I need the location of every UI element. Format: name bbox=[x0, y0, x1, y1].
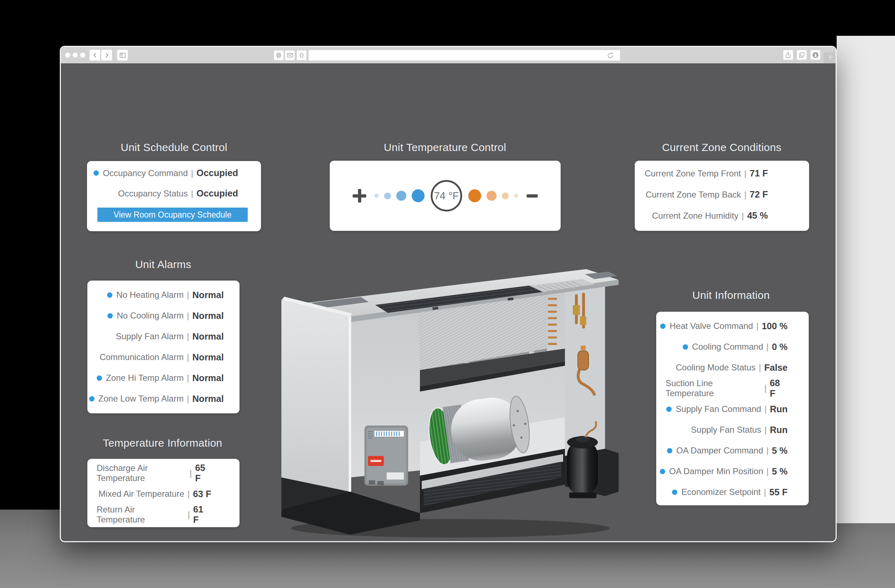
status-dot-icon bbox=[89, 396, 94, 402]
status-dot-icon bbox=[93, 170, 99, 176]
row-value: 5 % bbox=[772, 446, 787, 456]
plus-icon[interactable] bbox=[353, 189, 366, 203]
printer-icon bbox=[276, 53, 281, 58]
status-row: Communication Alarm | Normal bbox=[87, 347, 224, 368]
row-label: Zone Low Temp Alarm bbox=[99, 394, 184, 404]
unit-alarms-card: No Heating Alarm | Normal No Cooling Ala… bbox=[87, 280, 240, 413]
sidebar-toggle-button[interactable] bbox=[117, 50, 128, 61]
gauge-dot bbox=[468, 189, 481, 202]
status-row: Current Zone Humidity | 45 % bbox=[635, 205, 768, 226]
row-label: Supply Fan Status bbox=[691, 425, 761, 435]
status-row: Occupancy Command | Occupied bbox=[87, 163, 238, 183]
row-separator: | bbox=[765, 383, 766, 393]
row-label: Occupancy Status bbox=[118, 189, 188, 199]
row-separator: | bbox=[756, 321, 758, 331]
status-dot-icon bbox=[108, 313, 113, 318]
mail-button[interactable] bbox=[285, 50, 294, 60]
gauge-dot bbox=[487, 191, 496, 201]
temperature-section-title: Unit Temperature Control bbox=[355, 141, 534, 153]
row-separator: | bbox=[765, 425, 766, 435]
status-dot-icon bbox=[107, 292, 112, 298]
status-row: Current Zone Temp Back | 72 F bbox=[635, 184, 768, 205]
status-row: Discharge Air Temperature | 65 F bbox=[87, 463, 211, 483]
row-label: Occupancy Command bbox=[103, 168, 188, 178]
view-occupancy-schedule-button[interactable]: View Room Ocupancy Schedule bbox=[97, 208, 248, 222]
address-bar-input[interactable] bbox=[309, 50, 620, 61]
status-row: Cooling Command | 0 % bbox=[656, 336, 787, 357]
row-separator: | bbox=[187, 311, 189, 321]
row-separator: | bbox=[188, 489, 190, 499]
status-row: OA Damper Command | 5 % bbox=[656, 440, 787, 461]
temperature-card: 74 °F bbox=[330, 161, 561, 231]
row-separator: | bbox=[765, 404, 766, 414]
window-controls bbox=[65, 53, 85, 58]
home-icon bbox=[299, 53, 304, 58]
row-value: Run bbox=[770, 404, 787, 414]
minus-icon[interactable] bbox=[526, 194, 538, 197]
back-button[interactable] bbox=[90, 50, 100, 61]
row-separator: | bbox=[187, 352, 189, 362]
cool-dots bbox=[375, 189, 425, 202]
row-separator: | bbox=[744, 190, 746, 200]
row-value: 63 F bbox=[193, 489, 211, 499]
status-row: No Cooling Alarm | Normal bbox=[87, 305, 224, 326]
row-label: Communication Alarm bbox=[100, 352, 184, 362]
share-button[interactable] bbox=[783, 50, 793, 60]
row-label: Heat Valve Command bbox=[669, 321, 753, 331]
status-row: Economizer Setpoint | 55 F bbox=[656, 482, 787, 502]
print-button[interactable] bbox=[274, 50, 284, 60]
info-section-title: Unit Information bbox=[642, 289, 821, 302]
row-value: False bbox=[765, 362, 787, 373]
hvac-unit-illustration bbox=[279, 263, 624, 542]
status-dot-icon bbox=[660, 469, 665, 474]
zone-conditions-card: Current Zone Temp Front | 71 F Current Z… bbox=[635, 161, 809, 231]
row-label: Discharge Air Temperature bbox=[97, 463, 187, 483]
row-label: Current Zone Temp Back bbox=[645, 190, 741, 200]
downloads-button[interactable] bbox=[810, 50, 820, 60]
row-separator: | bbox=[759, 362, 761, 373]
status-row: Mixed Air Temperature | 63 F bbox=[87, 483, 211, 504]
chevron-left-icon bbox=[93, 53, 98, 58]
status-dot-icon bbox=[666, 406, 672, 412]
schedule-card: Occupancy Command | Occupied Occupancy S… bbox=[87, 161, 261, 231]
gauge-dot bbox=[396, 191, 407, 201]
row-value: 65 F bbox=[195, 463, 211, 483]
new-tab-button[interactable]: + bbox=[824, 52, 837, 63]
row-value: 72 F bbox=[749, 189, 768, 200]
row-value: 100 % bbox=[762, 321, 787, 331]
temps-section-title: Temperature Information bbox=[73, 437, 252, 449]
row-label: Zone Hi Temp Alarm bbox=[106, 373, 184, 383]
window-zoom-button[interactable] bbox=[80, 53, 85, 58]
row-value: 55 F bbox=[769, 487, 787, 497]
background-panel bbox=[837, 36, 895, 523]
row-separator: | bbox=[188, 510, 190, 520]
row-value: Run bbox=[770, 425, 787, 435]
download-icon bbox=[812, 52, 819, 58]
row-separator: | bbox=[764, 487, 766, 497]
row-separator: | bbox=[187, 290, 189, 300]
status-row: Zone Hi Temp Alarm | Normal bbox=[87, 368, 224, 388]
row-label: Cooling Command bbox=[692, 342, 763, 352]
tab-overview-button[interactable] bbox=[797, 50, 807, 60]
row-separator: | bbox=[190, 468, 192, 478]
reload-button[interactable] bbox=[607, 52, 614, 59]
row-separator: | bbox=[766, 342, 769, 352]
window-minimize-button[interactable] bbox=[73, 53, 78, 58]
forward-button[interactable] bbox=[101, 50, 112, 61]
row-value: Normal bbox=[192, 290, 224, 300]
row-separator: | bbox=[744, 168, 746, 179]
row-label: No Heating Alarm bbox=[116, 290, 184, 300]
row-separator: | bbox=[766, 466, 769, 476]
sidebar-icon bbox=[120, 53, 126, 58]
status-dot-icon bbox=[660, 324, 666, 329]
row-value: 0 % bbox=[772, 342, 787, 352]
status-row: Current Zone Temp Front | 71 F bbox=[635, 163, 768, 184]
browser-toolbar: + bbox=[61, 47, 836, 63]
row-separator: | bbox=[742, 211, 744, 221]
chevron-right-icon bbox=[104, 53, 109, 58]
zone-section-title: Current Zone Conditions bbox=[632, 141, 811, 153]
row-label: Supply Fan Command bbox=[675, 404, 761, 414]
home-button[interactable] bbox=[297, 50, 306, 60]
reload-icon bbox=[607, 52, 614, 59]
window-close-button[interactable] bbox=[65, 53, 70, 58]
